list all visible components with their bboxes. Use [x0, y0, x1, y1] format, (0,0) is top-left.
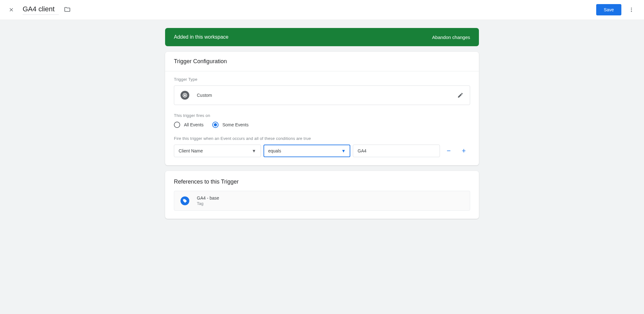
condition-value-input[interactable]	[353, 145, 440, 157]
fires-on-label: This trigger fires on	[174, 113, 470, 118]
reference-item[interactable]: GA4 - base Tag	[174, 191, 470, 211]
chevron-down-icon: ▼	[252, 148, 256, 153]
reference-type: Tag	[197, 201, 219, 206]
select-value: Client Name	[179, 148, 203, 153]
abandon-changes-link[interactable]: Abandon changes	[432, 35, 470, 40]
condition-label: Fire this trigger when an Event occurs a…	[174, 136, 470, 141]
page-header: Save	[0, 0, 644, 20]
card-title: Trigger Configuration	[165, 52, 479, 71]
radio-some-events[interactable]: Some Events	[212, 122, 248, 128]
radio-icon	[174, 122, 180, 128]
workspace-banner: Added in this workspace Abandon changes	[165, 28, 479, 46]
trigger-type-selector[interactable]: Custom	[174, 85, 470, 105]
radio-icon	[212, 122, 219, 128]
remove-condition-button[interactable]: −	[442, 145, 455, 157]
custom-trigger-icon	[180, 91, 189, 100]
reference-name: GA4 - base	[197, 196, 219, 201]
condition-row: Client Name ▼ equals ▼ − +	[174, 145, 470, 157]
svg-point-1	[631, 9, 632, 10]
svg-point-0	[631, 8, 632, 8]
banner-text: Added in this workspace	[174, 34, 228, 40]
condition-variable-select[interactable]: Client Name ▼	[174, 145, 261, 157]
trigger-type-value: Custom	[197, 93, 212, 98]
radio-label: Some Events	[222, 122, 248, 127]
radio-label: All Events	[184, 122, 203, 127]
trigger-type-label: Trigger Type	[174, 77, 470, 82]
edit-pencil-icon[interactable]	[457, 92, 464, 98]
fires-on-radio-group: All Events Some Events	[174, 122, 470, 128]
save-button[interactable]: Save	[596, 4, 621, 15]
more-menu-icon[interactable]	[625, 3, 638, 16]
condition-operator-select[interactable]: equals ▼	[264, 145, 351, 157]
radio-all-events[interactable]: All Events	[174, 122, 203, 128]
folder-icon[interactable]	[64, 6, 71, 14]
close-icon[interactable]	[8, 6, 15, 14]
references-card: References to this Trigger GA4 - base Ta…	[165, 171, 479, 219]
references-title: References to this Trigger	[165, 171, 479, 191]
trigger-name-input[interactable]	[23, 5, 59, 15]
tag-icon	[180, 196, 189, 205]
trigger-configuration-card: Trigger Configuration Trigger Type Custo…	[165, 52, 479, 165]
select-value: equals	[268, 148, 281, 153]
add-condition-button[interactable]: +	[458, 145, 470, 157]
chevron-down-icon: ▼	[341, 148, 346, 153]
svg-point-2	[631, 11, 632, 12]
